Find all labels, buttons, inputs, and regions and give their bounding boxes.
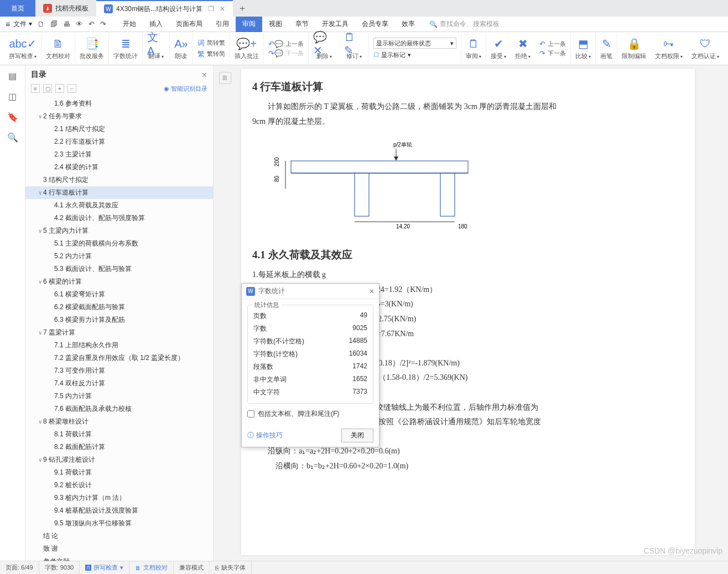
toc-item[interactable]: 3 结构尺寸拟定 — [25, 174, 213, 186]
toc-item[interactable]: ∨6 横梁的计算 — [25, 275, 213, 288]
menu-start[interactable]: 开始 — [116, 17, 143, 32]
toc-item[interactable]: ∨9 钻孔灌注桩设计 — [25, 453, 213, 466]
compare-button[interactable]: ⬒比较▾ — [571, 33, 596, 64]
toc-item[interactable]: 5.3 截面设计、配筋与验算 — [25, 263, 213, 275]
toc-item[interactable]: 7.6 截面配筋及承载力校核 — [25, 403, 213, 415]
toc-item[interactable]: 5.1 主梁的荷载横向分布系数 — [25, 237, 213, 250]
dialog-close-icon[interactable]: ✕ — [369, 288, 375, 295]
status-font[interactable]: ⎘ 缺失字体 — [210, 561, 252, 575]
menu-view[interactable]: 视图 — [262, 17, 289, 32]
toc-item[interactable]: 1.6 参考资料 — [25, 97, 213, 110]
status-spell[interactable]: 🅰 拼写检查 ▾ — [80, 561, 129, 575]
include-checkbox[interactable]: 包括文本框、脚注和尾注(F) — [247, 409, 373, 419]
tab-add[interactable]: ＋ — [233, 0, 252, 17]
toc-item[interactable]: ∨4 行车道板计算 — [25, 186, 213, 199]
toc-item[interactable]: 2.4 横梁的计算 — [25, 161, 213, 174]
redo-icon[interactable]: ↷ — [100, 20, 106, 28]
cert-button[interactable]: 🛡文档认证▾ — [687, 33, 724, 64]
prev-change-button[interactable]: ↶上一条 — [539, 40, 566, 48]
toc-item[interactable]: ∨8 桥梁墩柱设计 — [25, 415, 213, 428]
toc-item[interactable]: 9.5 墩顶纵向水平位移验算 — [25, 517, 213, 530]
toc-item[interactable]: 2.1 结构尺寸拟定 — [25, 123, 213, 135]
toc-item[interactable]: 7.1 上部结构永久作用 — [25, 339, 213, 352]
toc-item[interactable]: ∨2 任务与要求 — [25, 110, 213, 123]
preview-icon[interactable]: 👁 — [76, 20, 83, 28]
toc-item[interactable]: 9.1 荷载计算 — [25, 466, 213, 479]
toc-item[interactable]: 6.1 横梁弯矩计算 — [25, 288, 213, 301]
outline-icon[interactable]: ▤ — [8, 71, 17, 81]
menu-vip[interactable]: 会员专享 — [355, 17, 395, 32]
restrict-button[interactable]: 🔒限制编辑 — [617, 33, 651, 64]
toc-item[interactable]: 9.4 桩基配筋设计及强度验算 — [25, 504, 213, 517]
hamburger-icon[interactable]: ≡ — [6, 20, 10, 29]
accept-button[interactable]: ✔接受▾ — [486, 33, 511, 64]
wordcount-button[interactable]: ≣字数统计 — [109, 33, 143, 64]
toc-item[interactable]: ∨5 主梁内力计算 — [25, 225, 213, 237]
tab-home[interactable]: 首页 — [0, 0, 35, 17]
status-proof[interactable]: 🗎 文档校对 — [129, 561, 174, 575]
menu-review[interactable]: 审阅 — [236, 17, 262, 32]
menu-chapter[interactable]: 章节 — [289, 17, 315, 32]
doc-badge-icon[interactable]: 🗎 — [219, 72, 231, 84]
print-icon[interactable]: 🖶 — [63, 20, 70, 28]
toc-item[interactable]: 致 谢 — [25, 542, 213, 555]
toc-item[interactable]: 7.2 盖梁自重及作用效应（取 1/2 盖梁长度） — [25, 352, 213, 364]
prev-comment-button[interactable]: ↶💬上一条 — [268, 40, 304, 48]
toc-item[interactable]: 8.2 截面配筋计算 — [25, 441, 213, 453]
nav-icon[interactable]: ◫ — [8, 91, 17, 102]
batch-button[interactable]: 📑批改服务 — [75, 33, 109, 64]
reject-button[interactable]: ✖拒绝▾ — [511, 33, 535, 64]
status-words[interactable]: 字数: 9030 — [39, 561, 80, 575]
tab-dup-icon[interactable]: ❐ — [208, 5, 214, 13]
bookmark-icon[interactable]: 🔖 — [7, 112, 18, 122]
review-pane-button[interactable]: 🗒审阅▾ — [461, 33, 486, 64]
toc-item[interactable]: ∨7 盖梁计算 — [25, 326, 213, 339]
toc-item[interactable]: 7.3 可变作用计算 — [25, 364, 213, 377]
read-button[interactable]: A»朗读 — [170, 33, 193, 64]
tab-close-icon[interactable]: ✕ — [220, 5, 225, 13]
next-comment-button[interactable]: ↷💬下一条 — [268, 49, 304, 58]
toc-ai-button[interactable]: ◉ 智能识别目录 — [164, 85, 207, 93]
toc-item[interactable]: 4.1 永久荷载及其效应 — [25, 199, 213, 212]
markup-dropdown[interactable]: 显示标记的最终状态▾ — [373, 38, 456, 49]
menu-layout[interactable]: 页面布局 — [169, 17, 209, 32]
saveas-icon[interactable]: 🗐 — [50, 20, 58, 28]
toc-item[interactable]: 8.1 荷载计算 — [25, 428, 213, 441]
checkbox-input[interactable] — [247, 410, 254, 418]
close-button[interactable]: 关闭 — [341, 429, 373, 442]
translate-button[interactable]: 文A翻译▾ — [143, 33, 170, 64]
to-sc-button[interactable]: 繁繁转简 — [197, 49, 225, 59]
toc-item[interactable]: 5.2 内力计算 — [25, 250, 213, 263]
search-box[interactable]: 🔍查找命令、搜索模板 — [429, 19, 500, 29]
toc-item[interactable]: 2.3 主梁计算 — [25, 148, 213, 161]
toc-item[interactable]: 4.2 截面设计、配筋与强度验算 — [25, 212, 213, 225]
toc-item[interactable]: 参考文献 — [25, 555, 213, 561]
toc-close-icon[interactable]: ✕ — [201, 71, 207, 79]
dialog-titlebar[interactable]: W字数统计 ✕ — [242, 284, 379, 299]
toc-btn4[interactable]: − — [67, 84, 76, 93]
to-tc-button[interactable]: 词简转繁 — [197, 38, 225, 48]
toc-item[interactable]: 结 论 — [25, 530, 213, 542]
toc-btn1[interactable]: ≡ — [31, 84, 40, 93]
toc-item[interactable]: 9.2 桩长设计 — [25, 479, 213, 492]
proofread-button[interactable]: 🗎文档校对 — [41, 33, 75, 64]
undo-icon[interactable]: ↶ — [89, 20, 95, 28]
revise-button[interactable]: 🗒✎修订▾ — [340, 33, 369, 64]
toc-item[interactable]: 2.2 行车道板计算 — [25, 135, 213, 148]
find-icon[interactable]: 🔍 — [7, 132, 18, 143]
tab-active-doc[interactable]: W4X30m钢筋...结构设计与计算❐✕ — [96, 0, 233, 17]
pen-button[interactable]: ✎画笔 — [596, 33, 617, 64]
toc-item[interactable]: 9.3 桩内力计算（m 法） — [25, 492, 213, 504]
toc-btn3[interactable]: + — [55, 84, 64, 93]
tips-link[interactable]: ⓘ 操作技巧 — [247, 431, 283, 440]
toc-btn2[interactable]: ▢ — [43, 84, 52, 93]
next-change-button[interactable]: ↷下一条 — [539, 49, 566, 58]
toc-item[interactable]: 6.3 横梁剪力计算及配筋 — [25, 314, 213, 326]
spellcheck-button[interactable]: abc✓拼写检查▾ — [4, 33, 41, 64]
status-page[interactable]: 页面: 6/49 — [0, 561, 39, 575]
menu-ref[interactable]: 引用 — [209, 17, 236, 32]
insert-comment-button[interactable]: 💬+插入批注 — [230, 33, 264, 64]
toc-item[interactable]: 7.4 双柱反力计算 — [25, 377, 213, 390]
tab-docshell[interactable]: ⬇找稻壳模板 — [35, 0, 96, 17]
menu-dev[interactable]: 开发工具 — [315, 17, 355, 32]
